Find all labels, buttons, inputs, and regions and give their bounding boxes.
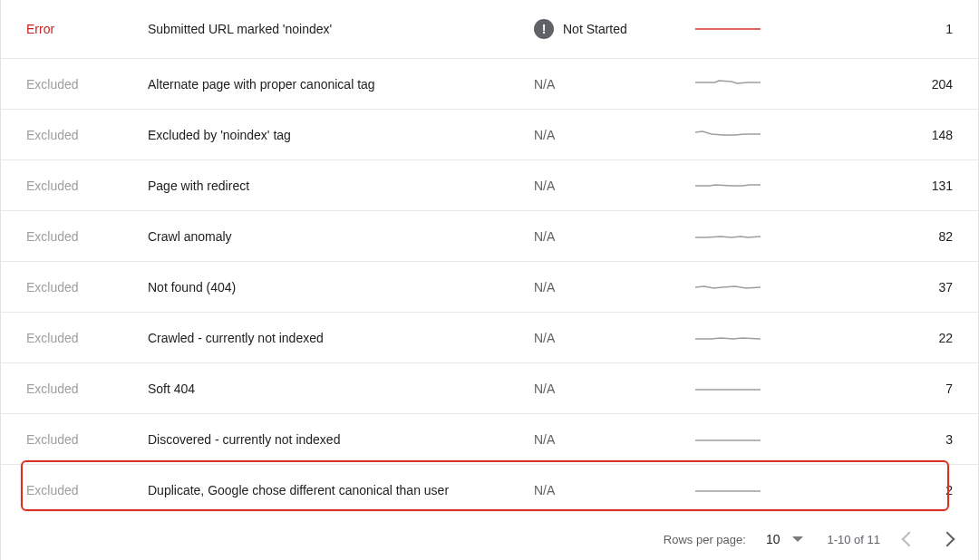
row-type: Excluded bbox=[26, 432, 148, 447]
table-row[interactable]: ErrorSubmitted URL marked 'noindex'!Not … bbox=[1, 0, 978, 58]
row-count: 1 bbox=[828, 22, 953, 36]
row-type: Excluded bbox=[26, 381, 148, 396]
row-reason: Duplicate, Google chose different canoni… bbox=[148, 483, 534, 497]
table-row[interactable]: ExcludedAlternate page with proper canon… bbox=[1, 58, 978, 109]
row-type: Excluded bbox=[26, 229, 148, 244]
row-type: Excluded bbox=[26, 77, 148, 92]
table-row[interactable]: ExcludedCrawl anomalyN/A82 bbox=[1, 210, 978, 261]
row-count: 37 bbox=[828, 280, 953, 294]
table-row[interactable]: ExcludedSoft 404N/A7 bbox=[1, 362, 978, 413]
prev-page-button[interactable] bbox=[902, 532, 917, 547]
rows-per-page-label: Rows per page: bbox=[664, 533, 746, 546]
table-row[interactable]: ExcludedCrawled - currently not indexedN… bbox=[1, 312, 978, 362]
row-status: N/A bbox=[534, 483, 695, 497]
next-page-button[interactable] bbox=[940, 532, 955, 547]
row-type: Excluded bbox=[26, 128, 148, 142]
row-status: N/A bbox=[534, 432, 695, 447]
row-reason: Crawl anomaly bbox=[148, 229, 534, 244]
row-count: 22 bbox=[828, 331, 953, 345]
row-sparkline bbox=[695, 179, 828, 193]
row-status: N/A bbox=[534, 280, 695, 294]
row-sparkline bbox=[695, 432, 828, 447]
row-reason: Excluded by 'noindex' tag bbox=[148, 128, 534, 142]
row-type: Excluded bbox=[26, 331, 148, 345]
pagination-nav bbox=[904, 534, 953, 545]
row-sparkline bbox=[695, 229, 828, 244]
table-row[interactable]: ExcludedPage with redirectN/A131 bbox=[1, 159, 978, 210]
row-type: Excluded bbox=[26, 483, 148, 497]
row-reason: Page with redirect bbox=[148, 179, 534, 193]
row-count: 2 bbox=[828, 483, 953, 497]
table-footer: Rows per page: 10 1-10 of 11 bbox=[1, 515, 978, 560]
row-count: 82 bbox=[828, 229, 953, 244]
row-status: !Not Started bbox=[534, 19, 695, 39]
row-sparkline bbox=[695, 331, 828, 345]
row-type: Excluded bbox=[26, 179, 148, 193]
rows-per-page-select[interactable]: 10 bbox=[766, 532, 804, 546]
coverage-table: ErrorSubmitted URL marked 'noindex'!Not … bbox=[1, 0, 978, 515]
row-type: Excluded bbox=[26, 280, 148, 294]
row-status: N/A bbox=[534, 179, 695, 193]
table-row[interactable]: ExcludedDuplicate, Google chose differen… bbox=[1, 464, 978, 515]
row-sparkline bbox=[695, 77, 828, 92]
alert-icon: ! bbox=[534, 19, 554, 39]
rows-per-page-value: 10 bbox=[766, 532, 780, 546]
row-sparkline bbox=[695, 483, 828, 497]
row-status: N/A bbox=[534, 381, 695, 396]
coverage-table-container: ErrorSubmitted URL marked 'noindex'!Not … bbox=[0, 0, 979, 560]
row-status: N/A bbox=[534, 229, 695, 244]
row-count: 204 bbox=[828, 77, 953, 92]
row-count: 131 bbox=[828, 179, 953, 193]
status-text: Not Started bbox=[563, 22, 627, 36]
pagination-range: 1-10 of 11 bbox=[827, 533, 880, 546]
row-sparkline bbox=[695, 280, 828, 294]
row-count: 148 bbox=[828, 128, 953, 142]
row-status: N/A bbox=[534, 331, 695, 345]
row-reason: Alternate page with proper canonical tag bbox=[148, 77, 534, 92]
row-reason: Crawled - currently not indexed bbox=[148, 331, 534, 345]
row-reason: Submitted URL marked 'noindex' bbox=[148, 22, 534, 36]
row-type: Error bbox=[26, 22, 148, 36]
row-sparkline bbox=[695, 22, 828, 36]
row-sparkline bbox=[695, 381, 828, 396]
dropdown-icon bbox=[792, 536, 803, 542]
table-row[interactable]: ExcludedDiscovered - currently not index… bbox=[1, 413, 978, 464]
row-count: 3 bbox=[828, 432, 953, 447]
row-reason: Discovered - currently not indexed bbox=[148, 432, 534, 447]
row-count: 7 bbox=[828, 381, 953, 396]
row-sparkline bbox=[695, 128, 828, 142]
table-row[interactable]: ExcludedNot found (404)N/A37 bbox=[1, 261, 978, 312]
table-row[interactable]: ExcludedExcluded by 'noindex' tagN/A148 bbox=[1, 109, 978, 159]
row-reason: Soft 404 bbox=[148, 381, 534, 396]
row-reason: Not found (404) bbox=[148, 280, 534, 294]
row-status: N/A bbox=[534, 128, 695, 142]
rows-per-page: Rows per page: 10 bbox=[664, 532, 804, 546]
row-status: N/A bbox=[534, 77, 695, 92]
